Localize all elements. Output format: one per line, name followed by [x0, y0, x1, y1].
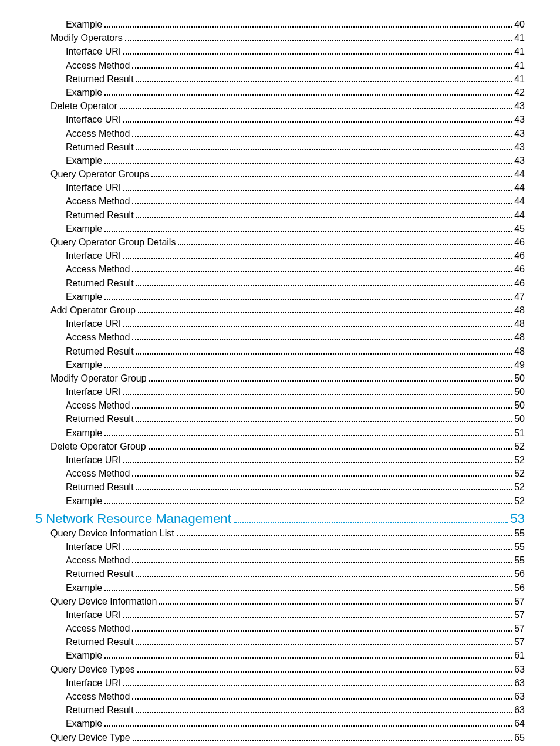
toc-leader-dots: [136, 483, 512, 490]
toc-entry-label: Query Device Information List: [50, 526, 176, 540]
toc-entry[interactable]: Example47: [35, 290, 525, 303]
toc-entry-label: Example: [66, 426, 103, 440]
toc-entry-label: Example: [66, 18, 103, 31]
toc-entry-label: Access Method: [66, 127, 131, 140]
toc-entry[interactable]: Query Device Information List55: [35, 526, 525, 540]
toc-entry-page: 49: [513, 358, 525, 372]
toc-entry-label: Returned Result: [66, 208, 135, 222]
toc-entry[interactable]: Returned Result43: [35, 140, 525, 154]
toc-entry[interactable]: Example61: [35, 649, 525, 662]
toc-entry-label: Modify Operator Group: [50, 372, 148, 385]
toc-entry-label: Returned Result: [66, 345, 135, 358]
toc-leader-dots: [123, 679, 512, 686]
toc-entry[interactable]: Query Device Information57: [35, 595, 525, 608]
toc-entry[interactable]: Returned Result57: [35, 635, 525, 649]
toc-leader-dots: [234, 513, 508, 523]
toc-entry[interactable]: Access Method46: [35, 262, 525, 276]
toc-entry[interactable]: Interface URI44: [35, 181, 525, 194]
toc-entry[interactable]: Returned Result46: [35, 276, 525, 290]
toc-entry-page: 41: [513, 72, 525, 86]
toc-entry-label: Delete Operator: [50, 99, 119, 113]
toc-entry[interactable]: Interface URI52: [35, 453, 525, 467]
toc-entry[interactable]: Interface URI50: [35, 385, 525, 399]
toc-entry[interactable]: Modify Operator Group50: [35, 372, 525, 385]
toc-entry[interactable]: Returned Result50: [35, 412, 525, 426]
toc-entry-page: 65: [513, 731, 525, 744]
toc-entry[interactable]: Access Method52: [35, 467, 525, 480]
toc-entry[interactable]: Query Operator Groups44: [35, 167, 525, 181]
toc-entry-label: Interface URI: [66, 45, 122, 58]
toc-entry-page: 44: [513, 194, 525, 208]
toc-entry[interactable]: Query Operator Group Details46: [35, 235, 525, 249]
toc-entry[interactable]: Delete Operator Group52: [35, 440, 525, 453]
toc-entry[interactable]: Add Operator Group48: [35, 303, 525, 317]
toc-leader-dots: [123, 611, 512, 618]
toc-leader-dots: [136, 211, 512, 218]
toc-entry[interactable]: Interface URI46: [35, 249, 525, 262]
toc-entry[interactable]: Returned Result48: [35, 345, 525, 358]
toc-entry-label: Interface URI: [66, 249, 122, 262]
toc-entry[interactable]: Access Method48: [35, 330, 525, 344]
toc-entry[interactable]: Example51: [35, 426, 525, 440]
toc-entry[interactable]: 5 Network Resource Management53: [35, 511, 525, 526]
toc-entry[interactable]: Example42: [35, 86, 525, 99]
toc-entry-label: Returned Result: [66, 567, 135, 580]
toc-entry[interactable]: Interface URI57: [35, 608, 525, 622]
toc-entry-page: 55: [513, 540, 525, 553]
toc-entry-page: 63: [513, 703, 525, 717]
toc-entry-label: Access Method: [66, 194, 131, 208]
toc-leader-dots: [104, 361, 512, 368]
toc-entry[interactable]: Interface URI48: [35, 317, 525, 330]
toc-entry-label: Access Method: [66, 399, 131, 412]
toc-entry[interactable]: Access Method55: [35, 553, 525, 567]
toc-entry[interactable]: Access Method63: [35, 690, 525, 703]
toc-entry[interactable]: Example52: [35, 494, 525, 508]
toc-entry[interactable]: Access Method41: [35, 59, 525, 72]
toc-entry[interactable]: Delete Operator43: [35, 99, 525, 113]
toc-entry[interactable]: Example45: [35, 222, 525, 235]
toc-entry[interactable]: Interface URI43: [35, 113, 525, 126]
toc-entry-label: Returned Result: [66, 412, 135, 426]
toc-entry[interactable]: Interface URI63: [35, 676, 525, 690]
toc-entry-label: 5 Network Resource Management: [35, 511, 232, 526]
toc-entry[interactable]: Returned Result63: [35, 703, 525, 717]
toc-entry-page: 44: [513, 208, 525, 222]
toc-entry[interactable]: Access Method43: [35, 127, 525, 140]
toc-entry-label: Delete Operator Group: [50, 440, 147, 453]
toc-leader-dots: [136, 279, 512, 286]
toc-entry[interactable]: Query Device Types63: [35, 663, 525, 676]
toc-leader-dots: [149, 443, 512, 450]
toc-leader-dots: [120, 102, 512, 109]
toc-entry[interactable]: Example49: [35, 358, 525, 372]
toc-entry-label: Access Method: [66, 262, 131, 276]
toc-entry-label: Example: [66, 86, 103, 99]
toc-entry-label: Interface URI: [66, 676, 122, 690]
toc-entry-page: 52: [513, 467, 525, 480]
toc-entry[interactable]: Example43: [35, 154, 525, 167]
toc-entry-page: 40: [513, 18, 525, 31]
toc-leader-dots: [136, 347, 512, 355]
toc-entry[interactable]: Modify Operators41: [35, 31, 525, 45]
toc-entry[interactable]: Access Method44: [35, 194, 525, 208]
toc-entry-page: 55: [513, 553, 525, 567]
toc-entry[interactable]: Interface URI55: [35, 540, 525, 553]
toc-leader-dots: [136, 415, 512, 422]
toc-entry[interactable]: Access Method50: [35, 399, 525, 412]
toc-entry[interactable]: Returned Result52: [35, 480, 525, 494]
toc-leader-dots: [123, 116, 512, 123]
toc-entry[interactable]: Returned Result44: [35, 208, 525, 222]
toc-entry-label: Interface URI: [66, 181, 122, 194]
toc-entry[interactable]: Returned Result56: [35, 567, 525, 580]
toc-entry[interactable]: Query Device Type65: [35, 731, 525, 744]
toc-entry-page: 46: [513, 235, 525, 249]
toc-entry[interactable]: Access Method57: [35, 622, 525, 635]
toc-entry-page: 50: [513, 412, 525, 426]
toc-entry-label: Example: [66, 494, 103, 508]
toc-entry[interactable]: Interface URI41: [35, 45, 525, 58]
toc-entry[interactable]: Returned Result41: [35, 72, 525, 86]
toc-leader-dots: [125, 34, 512, 41]
toc-entry-page: 64: [513, 717, 525, 730]
toc-entry[interactable]: Example56: [35, 581, 525, 595]
toc-entry[interactable]: Example40: [35, 18, 525, 31]
toc-entry[interactable]: Example64: [35, 717, 525, 730]
